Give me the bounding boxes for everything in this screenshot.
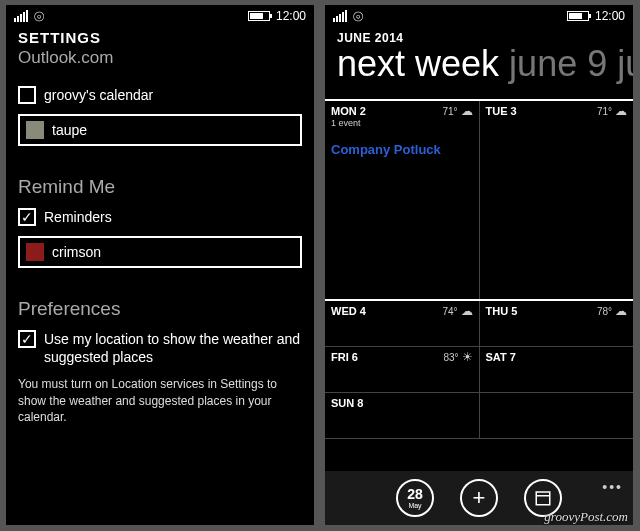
status-bar: ⦾ 12:00 (6, 5, 314, 27)
calendar-color-label: taupe (52, 122, 87, 138)
day-label: THU 5 (486, 305, 518, 317)
checkbox-icon (18, 86, 36, 104)
page-title: SETTINGS (18, 29, 302, 46)
day-cell-sat[interactable]: SAT 7 (479, 347, 634, 392)
cloud-sun-icon: ☁ (615, 305, 627, 317)
reminders-color-label: crimson (52, 244, 101, 260)
signal-icon (333, 10, 347, 22)
calendar-grid: MON 2 71° ☁ 1 event Company Potluck TUE … (325, 99, 633, 439)
cloud-icon: ☁ (461, 305, 473, 317)
temp-label: 83° (443, 352, 458, 363)
day-cell-wed[interactable]: WED 4 74° ☁ (325, 301, 479, 346)
calendar-view-pivot[interactable]: next week june 9 ju (337, 43, 621, 85)
temp-label: 71° (597, 106, 612, 117)
clock: 12:00 (595, 9, 625, 23)
event-count: 1 event (331, 118, 473, 128)
remind-heading: Remind Me (18, 176, 302, 198)
use-location-checkbox[interactable]: ✓ Use my location to show the weather an… (18, 330, 302, 366)
calendar-icon (534, 489, 552, 507)
calendar-range-label: june 9 ju (509, 43, 633, 84)
cloud-sun-icon: ☁ (615, 105, 627, 117)
day-cell-fri[interactable]: FRI 6 83° ☀ (325, 347, 479, 392)
reminders-checkbox[interactable]: ✓ Reminders (18, 208, 302, 226)
today-month: May (408, 502, 421, 509)
status-bar: ⦾ 12:00 (325, 5, 633, 27)
day-cell-thu[interactable]: THU 5 78° ☁ (479, 301, 634, 346)
battery-icon (567, 11, 589, 21)
battery-icon (248, 11, 270, 21)
day-label: SAT 7 (486, 351, 516, 363)
day-cell-sun[interactable]: SUN 8 (325, 393, 479, 438)
temp-label: 71° (442, 106, 457, 117)
svg-rect-0 (536, 492, 550, 505)
location-note: You must turn on Location services in Se… (18, 376, 302, 425)
clock: 12:00 (276, 9, 306, 23)
settings-screen: ⦾ 12:00 SETTINGS Outlook.com groovy's ca… (6, 5, 314, 525)
calendar-view-label: next week (337, 43, 499, 84)
temp-label: 74° (442, 306, 457, 317)
plus-icon: + (473, 485, 486, 511)
signal-icon (14, 10, 28, 22)
page-subtitle: Outlook.com (18, 48, 302, 68)
preferences-heading: Preferences (18, 298, 302, 320)
cloud-sun-icon: ☁ (461, 105, 473, 117)
use-location-label: Use my location to show the weather and … (44, 330, 302, 366)
day-label: TUE 3 (486, 105, 517, 117)
today-day: 28 (407, 487, 423, 501)
day-label: WED 4 (331, 305, 366, 317)
checkbox-icon: ✓ (18, 330, 36, 348)
view-switch-button[interactable] (524, 479, 562, 517)
more-button[interactable]: ••• (602, 479, 623, 495)
app-bar: 28 May + ••• (325, 471, 633, 525)
calendar-color-select[interactable]: taupe (18, 114, 302, 146)
day-label: FRI 6 (331, 351, 358, 363)
day-cell-tue[interactable]: TUE 3 71° ☁ (479, 101, 634, 299)
calendar-enable-checkbox[interactable]: groovy's calendar (18, 86, 302, 104)
today-button[interactable]: 28 May (396, 479, 434, 517)
wifi-icon: ⦾ (34, 10, 44, 23)
wifi-icon: ⦾ (353, 10, 363, 23)
reminders-label: Reminders (44, 209, 112, 225)
swatch-icon (26, 121, 44, 139)
temp-label: 78° (597, 306, 612, 317)
day-cell-empty (479, 393, 633, 438)
day-cell-mon[interactable]: MON 2 71° ☁ 1 event Company Potluck (325, 101, 479, 299)
reminders-color-select[interactable]: crimson (18, 236, 302, 268)
day-label: SUN 8 (331, 397, 363, 409)
add-event-button[interactable]: + (460, 479, 498, 517)
checkbox-icon: ✓ (18, 208, 36, 226)
calendar-enable-label: groovy's calendar (44, 87, 153, 103)
swatch-icon (26, 243, 44, 261)
calendar-event[interactable]: Company Potluck (331, 142, 473, 157)
day-label: MON 2 (331, 105, 366, 117)
sun-icon: ☀ (462, 351, 473, 363)
calendar-screen: ⦾ 12:00 JUNE 2014 next week june 9 ju MO… (325, 5, 633, 525)
